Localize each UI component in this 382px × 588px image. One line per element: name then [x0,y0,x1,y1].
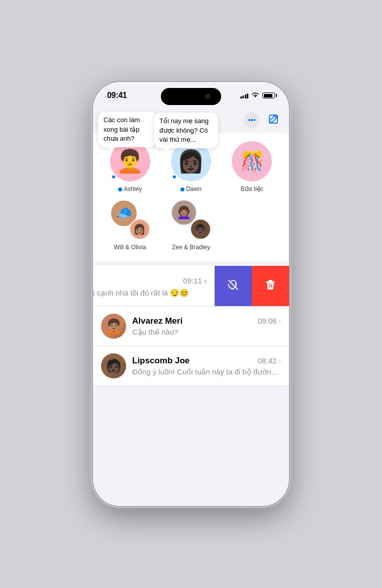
armando-time: 09:11 › [183,276,207,285]
armando-row[interactable]: Armando 09:11 › ăn ở hàng pizza mới cạnh… [93,266,289,307]
dawn-label: Dawn [180,185,202,192]
alvarez-preview: Cậu thế nào? [132,328,281,337]
alvarez-content: Alvarez Meri 09:06 › Cậu thế nào? [132,316,281,337]
lipscomb-preview: Đồng ý luôn! Cuối tuần này ta đi bộ đườn… [132,367,281,376]
ashley-unread-dot [111,174,116,179]
pinned-party[interactable]: 🎊 Bữa tiệc [225,141,279,192]
svg-rect-1 [268,280,272,281]
party-avatar: 🎊 [232,141,272,181]
ellipsis-icon: ••• [248,116,256,124]
delete-icon [264,279,276,293]
status-time: 09:41 [107,91,127,100]
pinned-grid: Các con làm xong bài tập chưa anh? 🧑‍🦱 A… [103,141,279,251]
pinned-section: Các con làm xong bài tập chưa anh? 🧑‍🦱 A… [93,133,289,261]
ashley-bubble-text: Các con làm xong bài tập chưa anh? [104,116,140,142]
pinned-will-olivia[interactable]: 🧢 👩🏽 Will & Olivia [103,200,157,251]
alvarez-name: Alvarez Meri [132,316,182,326]
status-icons [240,91,275,100]
alvarez-avatar: 🧑🏽‍🦱 [101,314,126,339]
zee-bradley-avatar: 👩🏽‍🦱 👨🏿 [171,200,211,240]
alvarez-row[interactable]: 🧑🏽‍🦱 Alvarez Meri 09:06 › Cậu thế nào? [93,307,289,346]
ashley-label: Ashley [118,185,142,192]
dawn-unread-dot [172,174,177,179]
lipscomb-time-row: 08:42 › [258,356,281,365]
dynamic-island [161,88,221,105]
signal-icon [240,92,249,99]
party-avatar-container: 🎊 [232,141,272,181]
wifi-icon [251,91,259,100]
message-list: Armando 09:11 › ăn ở hàng pizza mới cạnh… [93,266,289,386]
lipscomb-content: Lipscomb Joe 08:42 › Đồng ý luôn! Cuối t… [132,356,281,376]
party-label: Bữa tiệc [241,185,263,192]
nav-actions: ••• [244,112,279,128]
pinned-dawn[interactable]: Tối nay mẹ sang được không? Có vài thứ m… [164,141,218,192]
ashley-bubble: Các con làm xong bài tập chưa anh? [98,112,157,147]
dawn-bubble: Tối nay mẹ sang được không? Có vài thứ m… [154,113,218,148]
armando-preview: ăn ở hàng pizza mới cạnh nhà tôi đó rất … [93,288,207,298]
svg-rect-2 [266,281,275,282]
will-olivia-label: Will & Olivia [114,244,146,251]
ashley-avatar: 🧑‍🦱 [110,141,150,181]
mute-button[interactable] [215,266,252,306]
more-button[interactable]: ••• [244,112,260,128]
ashley-avatar-container: 🧑‍🦱 [110,141,150,181]
will-olivia-avatar: 🧢 👩🏽 [110,200,150,240]
swipe-actions [215,266,289,306]
pinned-zee-bradley[interactable]: 👩🏽‍🦱 👨🏿 Zee & Bradley [164,200,218,251]
mute-icon [227,279,239,293]
alvarez-time-row: 09:06 › [258,317,281,325]
lipscomb-avatar: 🧑🏿 [101,353,126,378]
front-camera [205,94,210,99]
compose-button[interactable] [268,114,279,127]
compose-icon [268,114,279,125]
lipscomb-name: Lipscomb Joe [132,356,189,366]
dawn-bubble-text: Tối nay mẹ sang được không? Có vài thứ m… [159,117,209,143]
delete-button[interactable] [252,266,289,306]
pinned-ashley[interactable]: Các con làm xong bài tập chưa anh? 🧑‍🦱 A… [103,141,157,192]
zee-bradley-label: Zee & Bradley [172,244,210,251]
lipscomb-row[interactable]: 🧑🏿 Lipscomb Joe 08:42 › Đồng ý luôn! Cuố… [93,346,289,386]
alvarez-time: 09:06 [258,317,277,325]
lipscomb-time: 08:42 [258,356,277,365]
battery-icon [262,92,275,99]
